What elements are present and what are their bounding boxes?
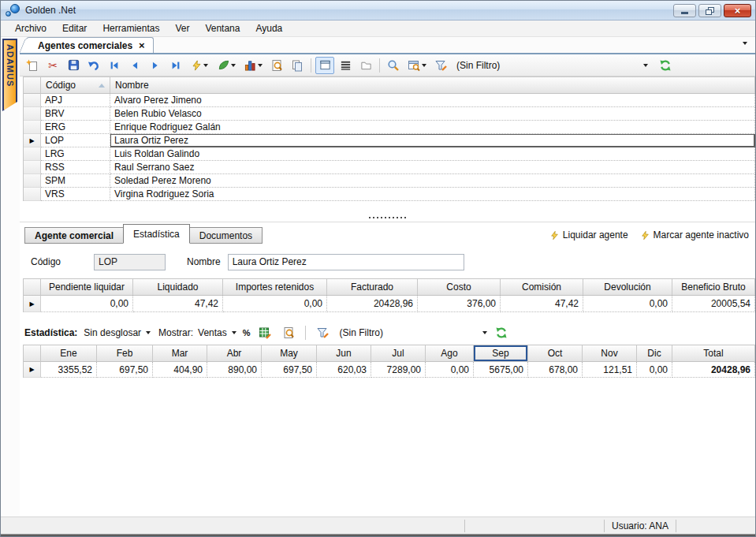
search-button[interactable] bbox=[384, 57, 403, 74]
column-header-liquidado[interactable]: Liquidado bbox=[133, 279, 223, 296]
agent-row[interactable]: ERGEnrique Rodriguez Galán bbox=[24, 121, 755, 134]
column-header-mar[interactable]: Mar bbox=[153, 345, 207, 362]
undo-button[interactable] bbox=[84, 57, 103, 74]
splitter-handle[interactable] bbox=[20, 214, 755, 222]
months-row[interactable]: ▶3355,52697,50404,90890,00697,50620,0372… bbox=[24, 362, 755, 378]
previous-record-button[interactable] bbox=[125, 57, 144, 74]
column-header-total[interactable]: Total bbox=[672, 345, 755, 362]
new-record-button[interactable] bbox=[23, 57, 42, 74]
month-cell[interactable]: 697,50 bbox=[97, 362, 153, 378]
mostrar-dropdown[interactable]: Mostrar: Ventas bbox=[157, 327, 238, 338]
agent-row[interactable]: RSSRaul Serrano Saez bbox=[24, 161, 755, 174]
row-selector[interactable] bbox=[24, 174, 41, 188]
agent-row[interactable]: APJAlvaro Perez Jimeno bbox=[24, 94, 755, 107]
agent-cell[interactable]: BRV bbox=[41, 107, 110, 121]
restore-button[interactable] bbox=[698, 4, 721, 17]
adamus-side-tab[interactable]: ADAMUS bbox=[2, 39, 17, 111]
column-header-costo[interactable]: Costo bbox=[418, 279, 501, 296]
summary-cell[interactable]: 47,42 bbox=[501, 296, 583, 312]
menu-herramientas[interactable]: Herramientas bbox=[95, 21, 167, 35]
column-header-ago[interactable]: Ago bbox=[426, 345, 474, 362]
agent-cell[interactable]: Laura Ortiz Perez bbox=[110, 134, 755, 147]
row-selector[interactable] bbox=[24, 107, 41, 121]
row-selector[interactable] bbox=[24, 161, 41, 174]
row-selector[interactable] bbox=[24, 188, 41, 201]
agent-row[interactable]: VRSVirgina Rodriguez Soria bbox=[24, 188, 755, 201]
agent-cell[interactable]: VRS bbox=[41, 188, 110, 201]
column-header-ene[interactable]: Ene bbox=[41, 345, 97, 362]
current-row-indicator[interactable]: ▶ bbox=[24, 296, 41, 312]
agent-cell[interactable]: Alvaro Perez Jimeno bbox=[110, 94, 755, 107]
agent-cell[interactable]: LOP bbox=[41, 134, 110, 147]
month-cell[interactable]: 0,00 bbox=[426, 362, 474, 378]
month-cell[interactable]: 121,51 bbox=[583, 362, 637, 378]
stats-filter-caret-icon[interactable] bbox=[482, 331, 487, 334]
run-actions-button[interactable] bbox=[187, 57, 212, 74]
tab-documentos[interactable]: Documentos bbox=[189, 227, 263, 244]
filter-combobox[interactable]: (Sin Filtro) bbox=[452, 57, 654, 74]
stats-preview-button[interactable] bbox=[279, 324, 298, 341]
summary-cell[interactable]: 0,00 bbox=[223, 296, 327, 312]
nombre-field[interactable]: Laura Ortiz Perez bbox=[228, 254, 464, 270]
month-cell[interactable]: 5675,00 bbox=[474, 362, 528, 378]
column-header-beneficio-bruto[interactable]: Beneficio Bruto bbox=[672, 279, 755, 296]
column-header-codigo[interactable]: Código bbox=[41, 77, 110, 94]
row-selector[interactable] bbox=[24, 94, 41, 107]
stats-refresh-button[interactable] bbox=[492, 324, 511, 341]
month-cell[interactable]: 890,00 bbox=[207, 362, 262, 378]
agent-row[interactable]: ▶LOPLaura Ortiz Perez bbox=[24, 134, 755, 147]
month-cell[interactable]: 620,03 bbox=[317, 362, 371, 378]
excel-export-button[interactable] bbox=[255, 324, 274, 341]
column-header-jun[interactable]: Jun bbox=[317, 345, 371, 362]
row-selector[interactable] bbox=[24, 121, 41, 134]
column-header-jul[interactable]: Jul bbox=[371, 345, 426, 362]
agent-cell[interactable]: Luis Roldan Galindo bbox=[110, 147, 755, 161]
filter-edit-button[interactable] bbox=[431, 57, 450, 74]
list-view-button[interactable] bbox=[336, 57, 355, 74]
month-cell[interactable]: 7289,00 bbox=[371, 362, 426, 378]
agent-cell[interactable]: Soledad Perez Moreno bbox=[110, 174, 755, 188]
last-record-button[interactable] bbox=[166, 57, 185, 74]
column-header-nombre[interactable]: Nombre bbox=[110, 77, 755, 94]
row-selector[interactable] bbox=[24, 147, 41, 161]
month-cell[interactable]: 0,00 bbox=[637, 362, 672, 378]
current-row-indicator[interactable]: ▶ bbox=[24, 362, 41, 378]
column-header-sep[interactable]: Sep bbox=[474, 345, 528, 362]
marcar-agente-inactivo-button[interactable]: Marcar agente inactivo bbox=[641, 229, 749, 241]
column-header-oct[interactable]: Oct bbox=[528, 345, 583, 362]
menu-ventana[interactable]: Ventana bbox=[197, 21, 248, 35]
percent-toggle[interactable]: % bbox=[243, 328, 251, 337]
month-cell[interactable]: 697,50 bbox=[262, 362, 317, 378]
next-record-button[interactable] bbox=[146, 57, 165, 74]
month-cell[interactable]: 20428,96 bbox=[672, 362, 755, 378]
menu-archivo[interactable]: Archivo bbox=[7, 21, 54, 35]
agent-cell[interactable]: Virgina Rodriguez Soria bbox=[110, 188, 755, 201]
agent-cell[interactable]: Raul Serrano Saez bbox=[110, 161, 755, 174]
current-row-indicator[interactable]: ▶ bbox=[24, 134, 41, 147]
summary-cell[interactable]: 47,42 bbox=[133, 296, 223, 312]
eco-mode-button[interactable] bbox=[214, 57, 239, 74]
refresh-button[interactable] bbox=[656, 57, 675, 74]
column-header-comision[interactable]: Comisión bbox=[501, 279, 583, 296]
card-view-button[interactable] bbox=[315, 57, 334, 74]
summary-cell[interactable]: 0,00 bbox=[583, 296, 672, 312]
agent-cell[interactable]: LRG bbox=[41, 147, 110, 161]
agent-row[interactable]: BRVBelen Rubio Velasco bbox=[24, 107, 755, 121]
column-header-abr[interactable]: Abr bbox=[207, 345, 262, 362]
tab-close-icon[interactable]: × bbox=[139, 40, 145, 50]
column-header-feb[interactable]: Feb bbox=[97, 345, 153, 362]
folder-view-button[interactable] bbox=[356, 57, 375, 74]
find-window-button[interactable] bbox=[404, 57, 430, 74]
agent-row[interactable]: LRGLuis Roldan Galindo bbox=[24, 147, 755, 161]
column-header-nov[interactable]: Nov bbox=[583, 345, 637, 362]
first-record-button[interactable] bbox=[105, 57, 124, 74]
summary-cell[interactable]: 0,00 bbox=[41, 296, 133, 312]
agent-row[interactable]: SPMSoledad Perez Moreno bbox=[24, 174, 755, 188]
summary-row[interactable]: ▶0,0047,420,0020428,96376,0047,420,00200… bbox=[24, 296, 755, 312]
column-header-pendiente-liquidar[interactable]: Pendiente liquidar bbox=[41, 279, 133, 296]
minimize-button[interactable] bbox=[673, 4, 696, 17]
summary-cell[interactable]: 376,00 bbox=[418, 296, 501, 312]
column-header-facturado[interactable]: Facturado bbox=[327, 279, 418, 296]
column-header-may[interactable]: May bbox=[262, 345, 317, 362]
desglosar-dropdown[interactable]: Sin desglosar bbox=[82, 327, 152, 338]
